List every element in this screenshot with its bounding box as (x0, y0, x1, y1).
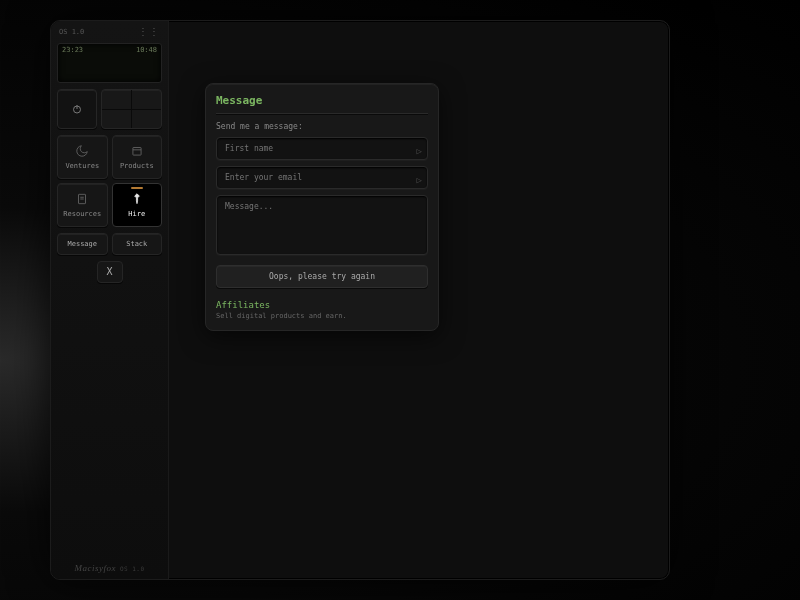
nav-resources-label: Resources (63, 210, 101, 218)
first-name-input[interactable] (216, 137, 428, 160)
svg-rect-2 (133, 147, 141, 155)
message-textarea[interactable] (216, 195, 428, 255)
email-input[interactable] (216, 166, 428, 189)
message-panel: Message Send me a message: ▷ ▷ Oops, ple… (205, 83, 439, 331)
os-version-label: OS 1.0 (59, 28, 84, 36)
message-button[interactable]: Message (57, 233, 108, 255)
package-icon (130, 144, 144, 158)
stack-button[interactable]: Stack (112, 233, 163, 255)
dpad[interactable] (101, 89, 162, 129)
moon-icon (75, 144, 89, 158)
nav-ventures-label: Ventures (65, 162, 99, 170)
nav-hire-label: Hire (128, 210, 145, 218)
pill-row: Message Stack (57, 233, 162, 255)
nav-products[interactable]: Products (112, 135, 163, 179)
active-indicator (131, 187, 143, 189)
main-area: Message Send me a message: ▷ ▷ Oops, ple… (169, 21, 669, 579)
power-button[interactable] (57, 89, 97, 129)
affiliates-title: Affiliates (216, 300, 428, 310)
speaker-grille (55, 515, 164, 557)
submit-button[interactable]: Oops, please try again (216, 265, 428, 288)
divider (216, 113, 428, 114)
power-row (57, 89, 162, 129)
panel-title: Message (216, 94, 428, 107)
doc-icon (75, 192, 89, 206)
lcd-right-value: 10:48 (136, 46, 157, 80)
affiliates-sub: Sell digital products and earn. (216, 312, 428, 320)
brand-name: Macisyfox (74, 563, 115, 573)
lcd-display: 23:23 10:48 (57, 43, 162, 83)
close-icon: X (106, 266, 112, 277)
brand-version: OS 1.0 (120, 565, 145, 572)
affiliates-block: Affiliates Sell digital products and ear… (216, 300, 428, 320)
lcd-left-value: 23:23 (62, 46, 83, 80)
brand-footer: Macisyfox OS 1.0 (57, 563, 162, 573)
app-frame: OS 1.0 ⋮⋮ 23:23 10:48 Ventures (50, 20, 670, 580)
nav-grid: Ventures Products Resources Hire (57, 135, 162, 227)
sidebar: OS 1.0 ⋮⋮ 23:23 10:48 Ventures (51, 21, 169, 579)
nav-resources[interactable]: Resources (57, 183, 108, 227)
nav-products-label: Products (120, 162, 154, 170)
pin-icon (130, 192, 144, 206)
close-button[interactable]: X (97, 261, 123, 283)
nav-ventures[interactable]: Ventures (57, 135, 108, 179)
menu-icon[interactable]: ⋮⋮ (138, 27, 160, 37)
panel-subtitle: Send me a message: (216, 122, 428, 131)
nav-hire[interactable]: Hire (112, 183, 163, 227)
sidebar-header: OS 1.0 ⋮⋮ (57, 27, 162, 37)
power-icon (71, 103, 83, 115)
